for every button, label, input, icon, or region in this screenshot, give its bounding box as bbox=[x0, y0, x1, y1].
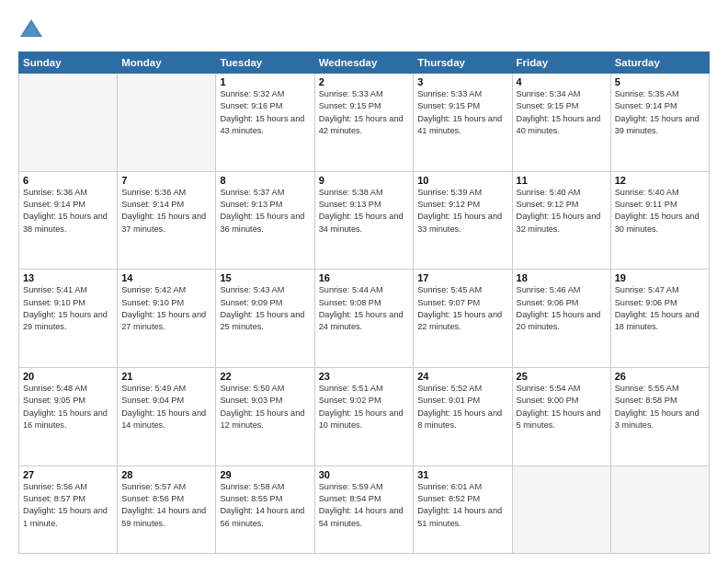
day-info: Sunrise: 5:55 AMSunset: 8:58 PMDaylight:… bbox=[615, 383, 705, 431]
day-number: 20 bbox=[23, 371, 113, 382]
day-info: Sunrise: 5:56 AMSunset: 8:57 PMDaylight:… bbox=[23, 481, 113, 530]
day-info: Sunrise: 5:51 AMSunset: 9:02 PMDaylight:… bbox=[319, 383, 410, 431]
calendar-cell: 22Sunrise: 5:50 AMSunset: 9:03 PMDayligh… bbox=[216, 367, 314, 465]
day-info: Sunrise: 5:40 AMSunset: 9:11 PMDaylight:… bbox=[615, 187, 705, 236]
calendar-week-5: 27Sunrise: 5:56 AMSunset: 8:57 PMDayligh… bbox=[19, 465, 710, 553]
day-info: Sunrise: 5:52 AMSunset: 9:01 PMDaylight:… bbox=[417, 383, 507, 431]
page: SundayMondayTuesdayWednesdayThursdayFrid… bbox=[0, 0, 728, 563]
day-info: Sunrise: 5:34 AMSunset: 9:15 PMDaylight:… bbox=[517, 88, 607, 137]
day-info: Sunrise: 5:44 AMSunset: 9:08 PMDaylight:… bbox=[319, 284, 410, 333]
day-info: Sunrise: 5:42 AMSunset: 9:10 PMDaylight:… bbox=[121, 284, 211, 333]
day-info: Sunrise: 5:50 AMSunset: 9:03 PMDaylight:… bbox=[220, 383, 310, 431]
day-info: Sunrise: 5:33 AMSunset: 9:15 PMDaylight:… bbox=[319, 88, 410, 137]
calendar-cell: 19Sunrise: 5:47 AMSunset: 9:06 PMDayligh… bbox=[610, 270, 709, 368]
day-info: Sunrise: 5:38 AMSunset: 9:13 PMDaylight:… bbox=[319, 187, 410, 236]
calendar: SundayMondayTuesdayWednesdayThursdayFrid… bbox=[18, 52, 710, 554]
calendar-header: SundayMondayTuesdayWednesdayThursdayFrid… bbox=[19, 52, 710, 74]
weekday-monday: Monday bbox=[118, 52, 216, 74]
day-info: Sunrise: 6:01 AMSunset: 8:52 PMDaylight:… bbox=[417, 481, 507, 530]
day-number: 3 bbox=[417, 76, 507, 87]
day-info: Sunrise: 5:32 AMSunset: 9:16 PMDaylight:… bbox=[220, 88, 310, 137]
calendar-cell: 26Sunrise: 5:55 AMSunset: 8:58 PMDayligh… bbox=[610, 367, 709, 465]
day-number: 22 bbox=[220, 371, 310, 382]
day-number: 11 bbox=[517, 175, 607, 186]
day-number: 24 bbox=[417, 371, 507, 382]
day-info: Sunrise: 5:47 AMSunset: 9:06 PMDaylight:… bbox=[615, 284, 705, 333]
day-number: 10 bbox=[417, 175, 507, 186]
day-number: 12 bbox=[615, 175, 705, 186]
calendar-body: 1Sunrise: 5:32 AMSunset: 9:16 PMDaylight… bbox=[19, 74, 710, 554]
day-number: 25 bbox=[517, 371, 607, 382]
calendar-cell: 25Sunrise: 5:54 AMSunset: 9:00 PMDayligh… bbox=[512, 367, 610, 465]
calendar-cell: 20Sunrise: 5:48 AMSunset: 9:05 PMDayligh… bbox=[19, 367, 118, 465]
calendar-cell: 1Sunrise: 5:32 AMSunset: 9:16 PMDaylight… bbox=[216, 74, 314, 172]
weekday-sunday: Sunday bbox=[19, 52, 118, 74]
day-info: Sunrise: 5:49 AMSunset: 9:04 PMDaylight:… bbox=[121, 383, 211, 431]
day-info: Sunrise: 5:40 AMSunset: 9:12 PMDaylight:… bbox=[517, 187, 607, 236]
day-number: 26 bbox=[615, 371, 705, 382]
calendar-week-1: 1Sunrise: 5:32 AMSunset: 9:16 PMDaylight… bbox=[19, 74, 710, 172]
calendar-cell: 12Sunrise: 5:40 AMSunset: 9:11 PMDayligh… bbox=[610, 171, 709, 270]
day-info: Sunrise: 5:48 AMSunset: 9:05 PMDaylight:… bbox=[23, 383, 113, 431]
calendar-cell: 28Sunrise: 5:57 AMSunset: 8:56 PMDayligh… bbox=[118, 465, 216, 553]
day-info: Sunrise: 5:59 AMSunset: 8:54 PMDaylight:… bbox=[319, 481, 410, 530]
calendar-cell: 23Sunrise: 5:51 AMSunset: 9:02 PMDayligh… bbox=[314, 367, 414, 465]
calendar-cell: 21Sunrise: 5:49 AMSunset: 9:04 PMDayligh… bbox=[118, 367, 216, 465]
day-info: Sunrise: 5:41 AMSunset: 9:10 PMDaylight:… bbox=[23, 284, 113, 333]
weekday-header-row: SundayMondayTuesdayWednesdayThursdayFrid… bbox=[19, 52, 710, 74]
calendar-cell: 13Sunrise: 5:41 AMSunset: 9:10 PMDayligh… bbox=[19, 270, 118, 368]
calendar-cell: 9Sunrise: 5:38 AMSunset: 9:13 PMDaylight… bbox=[314, 171, 414, 270]
calendar-cell bbox=[19, 74, 118, 172]
day-number: 18 bbox=[517, 272, 607, 283]
calendar-cell: 30Sunrise: 5:59 AMSunset: 8:54 PMDayligh… bbox=[314, 465, 414, 553]
day-number: 16 bbox=[319, 272, 410, 283]
day-number: 6 bbox=[23, 175, 113, 186]
day-info: Sunrise: 5:37 AMSunset: 9:13 PMDaylight:… bbox=[220, 187, 310, 236]
day-info: Sunrise: 5:46 AMSunset: 9:06 PMDaylight:… bbox=[517, 284, 607, 333]
day-number: 21 bbox=[121, 371, 211, 382]
weekday-saturday: Saturday bbox=[610, 52, 709, 74]
day-number: 19 bbox=[615, 272, 705, 283]
calendar-cell: 5Sunrise: 5:35 AMSunset: 9:14 PMDaylight… bbox=[610, 74, 709, 172]
calendar-cell: 10Sunrise: 5:39 AMSunset: 9:12 PMDayligh… bbox=[414, 171, 512, 270]
calendar-cell bbox=[512, 465, 610, 553]
calendar-cell: 2Sunrise: 5:33 AMSunset: 9:15 PMDaylight… bbox=[314, 74, 414, 172]
calendar-week-3: 13Sunrise: 5:41 AMSunset: 9:10 PMDayligh… bbox=[19, 270, 710, 368]
day-number: 17 bbox=[417, 272, 507, 283]
calendar-cell: 11Sunrise: 5:40 AMSunset: 9:12 PMDayligh… bbox=[512, 171, 610, 270]
day-info: Sunrise: 5:36 AMSunset: 9:14 PMDaylight:… bbox=[121, 187, 211, 236]
day-info: Sunrise: 5:35 AMSunset: 9:14 PMDaylight:… bbox=[615, 88, 705, 137]
calendar-week-2: 6Sunrise: 5:36 AMSunset: 9:14 PMDaylight… bbox=[19, 171, 710, 270]
calendar-cell: 4Sunrise: 5:34 AMSunset: 9:15 PMDaylight… bbox=[512, 74, 610, 172]
logo-icon bbox=[18, 17, 44, 42]
header bbox=[18, 17, 710, 42]
weekday-wednesday: Wednesday bbox=[314, 52, 414, 74]
calendar-cell: 6Sunrise: 5:36 AMSunset: 9:14 PMDaylight… bbox=[19, 171, 118, 270]
day-number: 15 bbox=[220, 272, 310, 283]
calendar-cell: 8Sunrise: 5:37 AMSunset: 9:13 PMDaylight… bbox=[216, 171, 314, 270]
calendar-cell bbox=[118, 74, 216, 172]
day-number: 8 bbox=[220, 175, 310, 186]
day-info: Sunrise: 5:54 AMSunset: 9:00 PMDaylight:… bbox=[517, 383, 607, 431]
day-number: 28 bbox=[121, 469, 211, 480]
weekday-friday: Friday bbox=[512, 52, 610, 74]
weekday-tuesday: Tuesday bbox=[216, 52, 314, 74]
day-number: 31 bbox=[417, 469, 507, 480]
calendar-cell: 16Sunrise: 5:44 AMSunset: 9:08 PMDayligh… bbox=[314, 270, 414, 368]
day-number: 7 bbox=[121, 175, 211, 186]
calendar-cell: 27Sunrise: 5:56 AMSunset: 8:57 PMDayligh… bbox=[19, 465, 118, 553]
day-info: Sunrise: 5:58 AMSunset: 8:55 PMDaylight:… bbox=[220, 481, 310, 530]
day-number: 29 bbox=[220, 469, 310, 480]
day-info: Sunrise: 5:43 AMSunset: 9:09 PMDaylight:… bbox=[220, 284, 310, 333]
calendar-cell: 18Sunrise: 5:46 AMSunset: 9:06 PMDayligh… bbox=[512, 270, 610, 368]
weekday-thursday: Thursday bbox=[414, 52, 512, 74]
calendar-cell: 7Sunrise: 5:36 AMSunset: 9:14 PMDaylight… bbox=[118, 171, 216, 270]
day-number: 1 bbox=[220, 76, 310, 87]
calendar-cell: 3Sunrise: 5:33 AMSunset: 9:15 PMDaylight… bbox=[414, 74, 512, 172]
day-number: 13 bbox=[23, 272, 113, 283]
day-info: Sunrise: 5:36 AMSunset: 9:14 PMDaylight:… bbox=[23, 187, 113, 236]
calendar-cell: 14Sunrise: 5:42 AMSunset: 9:10 PMDayligh… bbox=[118, 270, 216, 368]
day-number: 5 bbox=[615, 76, 705, 87]
day-number: 14 bbox=[121, 272, 211, 283]
calendar-week-4: 20Sunrise: 5:48 AMSunset: 9:05 PMDayligh… bbox=[19, 367, 710, 465]
